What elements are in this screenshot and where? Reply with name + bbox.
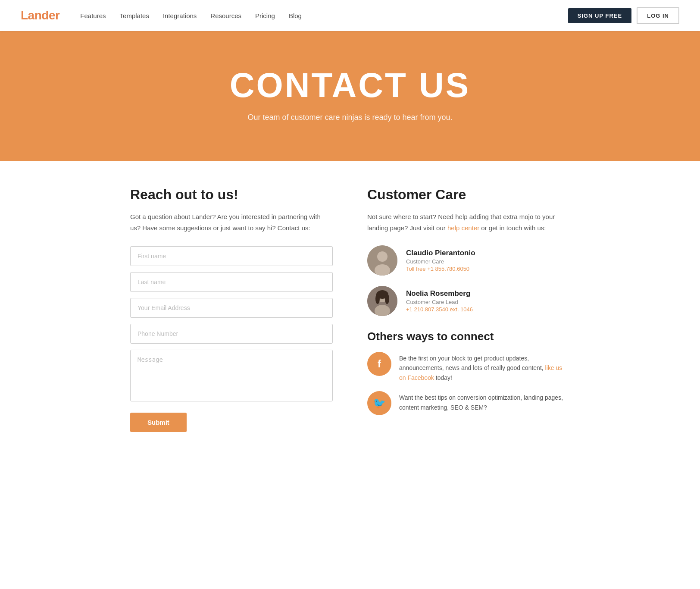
form-description: Got a question about Lander? Are you int… [130, 211, 333, 233]
hero-section: CONTACT US Our team of customer care nin… [0, 31, 700, 161]
avatar-claudio [367, 245, 397, 276]
form-heading: Reach out to us! [130, 187, 333, 203]
first-name-input[interactable] [130, 246, 333, 266]
phone-group [130, 324, 333, 344]
twitter-text: Want the best tips on conversion optimiz… [399, 391, 570, 412]
email-input[interactable] [130, 298, 333, 318]
care-description: Not sure where to start? Need help addin… [367, 211, 570, 233]
submit-button[interactable]: Submit [130, 413, 187, 432]
connect-heading: Others ways to connect [367, 330, 570, 343]
person-info-noelia: Noelia Rosemberg Customer Care Lead +1 2… [406, 289, 473, 313]
person-card-claudio: Claudio Pierantonio Customer Care Toll f… [367, 245, 570, 276]
nav-pricing[interactable]: Pricing [255, 12, 275, 19]
navbar: Lander Features Templates Integrations R… [0, 0, 700, 31]
nav-integrations[interactable]: Integrations [163, 12, 197, 19]
signup-button[interactable]: SIGN UP FREE [568, 8, 632, 23]
last-name-group [130, 272, 333, 292]
person-name-noelia: Noelia Rosemberg [406, 289, 473, 298]
customer-care-section: Customer Care Not sure where to start? N… [367, 187, 570, 432]
connect-facebook: f Be the first on your block to get prod… [367, 352, 570, 382]
connect-section: Others ways to connect f Be the first on… [367, 330, 570, 415]
nav-templates[interactable]: Templates [120, 12, 149, 19]
nav-links: Features Templates Integrations Resource… [80, 12, 568, 19]
care-heading: Customer Care [367, 187, 570, 203]
first-name-group [130, 246, 333, 266]
phone-input[interactable] [130, 324, 333, 344]
avatar-noelia [367, 286, 397, 316]
email-group [130, 298, 333, 318]
logo[interactable]: Lander [21, 9, 59, 22]
nav-features[interactable]: Features [80, 12, 106, 19]
facebook-text: Be the first on your block to get produc… [399, 352, 570, 382]
svg-point-1 [377, 251, 388, 262]
svg-point-7 [375, 294, 380, 304]
facebook-icon: f [367, 352, 391, 376]
help-center-link[interactable]: help center [447, 224, 479, 232]
person-info-claudio: Claudio Pierantonio Customer Care Toll f… [406, 249, 475, 272]
person-role-noelia: Customer Care Lead [406, 299, 473, 305]
nav-blog[interactable]: Blog [289, 12, 302, 19]
last-name-input[interactable] [130, 272, 333, 292]
care-desc-after: or get in touch with us: [479, 224, 546, 232]
person-role-claudio: Customer Care [406, 258, 475, 265]
hero-title: CONTACT US [9, 66, 691, 105]
person-name-claudio: Claudio Pierantonio [406, 249, 475, 257]
twitter-icon: 🐦 [367, 391, 391, 415]
nav-actions: SIGN UP FREE LOG IN [568, 7, 679, 24]
connect-twitter: 🐦 Want the best tips on conversion optim… [367, 391, 570, 415]
nav-resources[interactable]: Resources [210, 12, 241, 19]
hero-subtitle: Our team of customer care ninjas is read… [9, 113, 691, 122]
message-group [130, 350, 333, 403]
login-button[interactable]: LOG IN [637, 7, 679, 24]
main-content: Reach out to us! Got a question about La… [113, 161, 587, 458]
message-input[interactable] [130, 350, 333, 401]
svg-point-8 [385, 294, 389, 304]
person-phone-claudio: Toll free +1 855.780.6050 [406, 266, 475, 272]
contact-form-section: Reach out to us! Got a question about La… [130, 187, 333, 432]
person-card-noelia: Noelia Rosemberg Customer Care Lead +1 2… [367, 286, 570, 316]
person-phone-noelia: +1 210.807.3540 ext. 1046 [406, 306, 473, 313]
